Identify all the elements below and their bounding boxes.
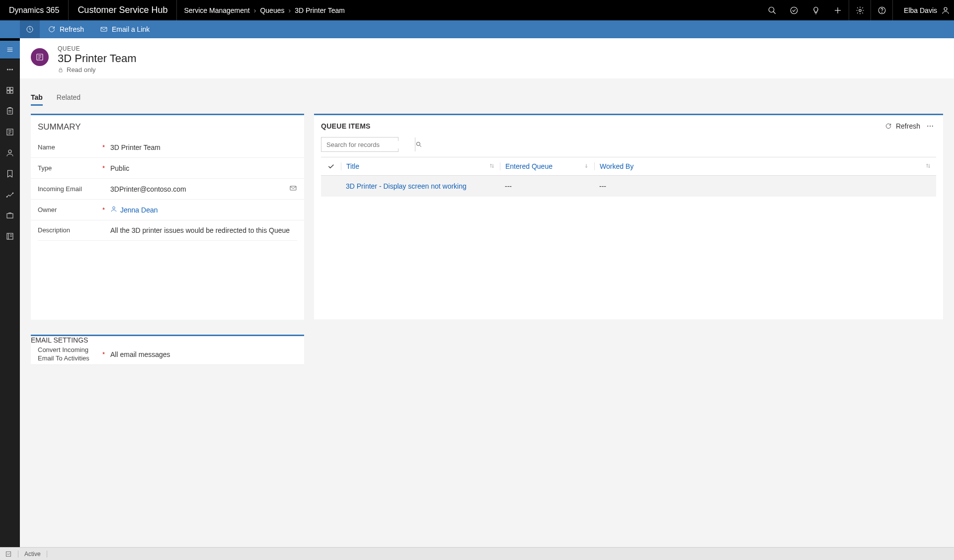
svg-point-25 <box>12 193 13 194</box>
field-label-convert: Convert Incoming Email To Activities <box>38 346 102 363</box>
svg-rect-13 <box>101 27 107 31</box>
svg-line-33 <box>420 145 421 147</box>
user-icon <box>941 6 950 15</box>
field-value-incoming-email[interactable]: 3DPrinter@contoso.com <box>109 184 297 194</box>
field-label-type: Type <box>38 164 102 172</box>
column-header-title[interactable]: Title <box>341 162 500 170</box>
top-bar: Dynamics 365 Customer Service Hub Servic… <box>0 0 954 20</box>
svg-rect-29 <box>59 70 62 72</box>
status-bar: Active <box>0 547 954 560</box>
field-label-incoming-email: Incoming Email <box>38 185 102 193</box>
required-marker: * <box>102 350 109 358</box>
hamburger-icon[interactable] <box>0 41 20 59</box>
refresh-button[interactable]: Refresh <box>40 20 92 38</box>
sidebar <box>0 38 20 547</box>
svg-point-2 <box>791 7 797 14</box>
entity-icon <box>31 48 49 66</box>
column-header-worked-by[interactable]: Worked By <box>594 162 936 170</box>
cell-entered: --- <box>500 182 594 190</box>
sort-down-icon[interactable] <box>583 162 589 170</box>
svg-point-16 <box>12 69 13 70</box>
tab-bar: Tab Related <box>20 78 954 106</box>
field-label-description: Description <box>38 226 102 234</box>
breadcrumb-item[interactable]: 3D Printer Team <box>295 6 345 14</box>
user-menu[interactable]: Elba Davis <box>892 0 954 20</box>
breadcrumb-item[interactable]: Queues <box>260 6 284 14</box>
sidebar-item-settings[interactable] <box>0 184 20 205</box>
breadcrumb-item[interactable]: Service Management <box>184 6 249 14</box>
status-icon <box>5 551 12 558</box>
required-marker: * <box>102 164 109 172</box>
cell-title[interactable]: 3D Printer - Display screen not working <box>341 182 500 190</box>
status-value: Active <box>24 551 41 558</box>
sidebar-item-case[interactable] <box>0 205 20 226</box>
sidebar-item-activities[interactable] <box>0 101 20 122</box>
sidebar-item-bookmark[interactable] <box>0 163 20 184</box>
help-icon[interactable] <box>871 0 892 20</box>
lock-icon <box>58 67 64 73</box>
entity-type: QUEUE <box>58 45 137 52</box>
svg-rect-19 <box>7 91 9 93</box>
field-value-name[interactable]: 3D Printer Team <box>109 143 297 151</box>
sidebar-item-knowledge[interactable] <box>0 226 20 247</box>
mail-icon[interactable] <box>289 184 297 194</box>
svg-point-0 <box>769 7 774 12</box>
plus-icon[interactable] <box>827 0 849 20</box>
svg-point-15 <box>9 69 10 70</box>
gear-icon[interactable] <box>849 0 871 20</box>
subgrid-search[interactable] <box>321 137 398 152</box>
field-label-name: Name <box>38 143 102 151</box>
sidebar-item-dashboard[interactable] <box>0 80 20 101</box>
tab-related[interactable]: Related <box>57 93 80 106</box>
field-label-owner: Owner <box>38 206 102 213</box>
svg-point-31 <box>113 207 115 209</box>
svg-rect-18 <box>10 87 13 90</box>
person-icon <box>110 206 117 214</box>
field-value-owner[interactable]: Jenna Dean <box>109 206 297 214</box>
recent-icon[interactable] <box>20 20 40 38</box>
sidebar-item-accounts[interactable] <box>0 122 20 142</box>
sidebar-item-contacts[interactable] <box>0 142 20 163</box>
lightbulb-icon[interactable] <box>805 0 827 20</box>
sidebar-item-more[interactable] <box>0 59 20 80</box>
email-settings-title: EMAIL SETTINGS <box>31 336 304 344</box>
breadcrumb: Service Management › Queues › 3D Printer… <box>177 0 352 20</box>
summary-title: SUMMARY <box>31 115 304 137</box>
hub-label[interactable]: Customer Service Hub <box>69 0 177 20</box>
summary-panel: SUMMARY Name * 3D Printer Team Type * Pu… <box>31 114 304 320</box>
tab-tab[interactable]: Tab <box>31 93 43 106</box>
more-icon[interactable]: ⋯ <box>924 122 936 130</box>
svg-point-7 <box>881 12 882 12</box>
required-marker: * <box>102 206 109 213</box>
owner-link[interactable]: Jenna Dean <box>120 206 158 214</box>
svg-point-14 <box>7 69 8 70</box>
search-icon[interactable] <box>415 138 422 151</box>
sort-icon[interactable] <box>925 162 931 170</box>
chevron-right-icon: › <box>288 6 291 14</box>
page-title: 3D Printer Team <box>58 52 137 65</box>
search-icon[interactable] <box>761 0 783 20</box>
cell-worked-by: --- <box>594 182 936 190</box>
refresh-icon <box>885 123 892 130</box>
field-value-description[interactable]: All the 3D printer issues would be redir… <box>109 226 297 234</box>
table-row[interactable]: 3D Printer - Display screen not working … <box>321 176 936 197</box>
search-input[interactable] <box>321 141 415 148</box>
readonly-badge: Read only <box>58 66 137 73</box>
task-icon[interactable] <box>783 0 805 20</box>
svg-line-1 <box>773 11 776 14</box>
brand-label[interactable]: Dynamics 365 <box>0 0 69 20</box>
column-header-entered-queue[interactable]: Entered Queue <box>500 162 594 170</box>
record-header: QUEUE 3D Printer Team Read only <box>20 38 954 78</box>
svg-rect-20 <box>10 91 13 93</box>
sort-icon[interactable] <box>489 162 495 170</box>
queue-items-title: QUEUE ITEMS <box>321 122 371 130</box>
svg-point-5 <box>859 9 861 11</box>
email-link-button[interactable]: Email a Link <box>92 20 158 38</box>
subgrid-refresh-button[interactable]: Refresh <box>881 122 924 130</box>
column-select-all[interactable] <box>321 162 341 170</box>
command-bar: Refresh Email a Link <box>0 20 954 38</box>
queue-items-grid: Title Entered Queue Worked By <box>314 157 943 226</box>
field-value-type[interactable]: Public <box>109 164 297 172</box>
field-value-convert[interactable]: All email messages <box>109 350 297 358</box>
svg-point-23 <box>8 150 11 153</box>
